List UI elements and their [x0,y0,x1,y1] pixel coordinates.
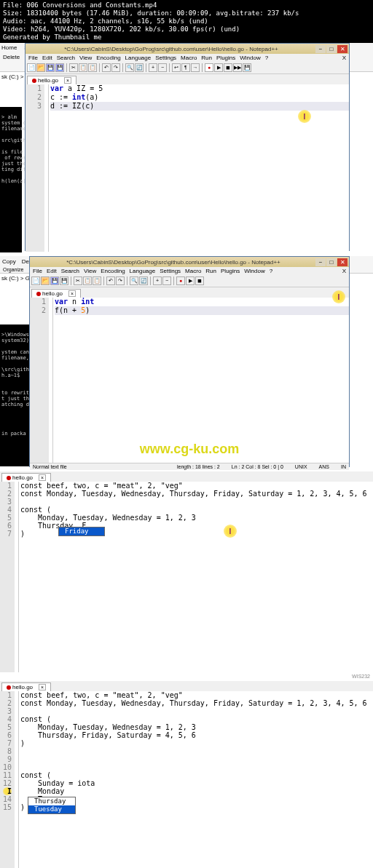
open-file-icon[interactable]: 📂 [41,276,50,285]
menu-macro[interactable]: Macro [181,55,197,61]
tab-close-icon[interactable]: × [39,474,46,481]
menu-edit[interactable]: Edit [47,268,57,274]
play-icon[interactable]: ▶ [214,63,223,72]
redo-icon[interactable]: ↷ [111,63,120,72]
replace-icon[interactable]: 🔄 [135,63,144,72]
minimize-button[interactable]: − [315,258,326,266]
menu-encoding[interactable]: Encoding [96,55,120,61]
menu-window[interactable]: Window [244,268,264,274]
ac-item-selected[interactable]: Tuesday [28,805,75,813]
copy-icon[interactable]: 📋 [83,276,92,285]
menu-view[interactable]: View [79,55,92,61]
redo-icon[interactable]: ↷ [116,276,125,285]
menu-plugins[interactable]: Plugins [221,268,240,274]
code-editor[interactable]: 123 var a IZ = 5 c := int(a) d := IZ(c) [25,84,349,252]
menu-view[interactable]: View [84,268,96,274]
line-gutter: 123456789101112I1415 [0,691,15,868]
stop-icon[interactable]: ◼ [195,276,204,285]
cut-icon[interactable]: ✂ [69,63,78,72]
minimize-button[interactable]: − [315,45,326,53]
menu-search[interactable]: Search [57,55,75,61]
copy-icon[interactable]: 📋 [79,63,87,72]
ac-item-selected[interactable]: Friday [59,527,104,535]
status-enc: UNIX [295,464,307,469]
editor-tabbar: hello.go× [25,74,349,84]
zoom-out-icon[interactable]: − [162,276,171,285]
new-file-icon[interactable]: 📄 [31,276,40,285]
menu-help[interactable]: ? [265,55,268,61]
menu-edit[interactable]: Edit [42,55,52,61]
unsaved-dot-icon [32,79,36,83]
find-icon[interactable]: 🔍 [130,276,138,285]
menu-language[interactable]: Language [130,268,156,274]
playback-icon[interactable]: ▶▶ [233,63,242,72]
cursor-highlight-icon: I [298,110,311,123]
autocomplete-popup[interactable]: Friday [58,527,105,536]
save-icon[interactable]: 💾 [46,63,55,72]
ribbon-home[interactable]: Home [1,44,17,51]
editor-tab[interactable]: hello.go× [1,682,51,691]
menu-file[interactable]: File [28,55,38,61]
menu-encoding[interactable]: Encoding [101,268,125,274]
undo-icon[interactable]: ↶ [102,63,111,72]
find-icon[interactable]: 🔍 [125,63,134,72]
menu-language[interactable]: Language [125,55,152,61]
cut-icon[interactable]: ✂ [74,276,82,285]
menubar-x[interactable]: X [342,55,346,61]
zoom-out-icon[interactable]: − [158,63,167,72]
menu-settings[interactable]: Settings [160,268,181,274]
new-file-icon[interactable]: 📄 [27,63,36,72]
stop-icon[interactable]: ◼ [224,63,232,72]
menu-window[interactable]: Window [240,55,260,61]
menu-run[interactable]: Run [205,268,216,274]
unsaved-dot-icon [7,685,11,690]
code-editor-3[interactable]: 1234567 const beef, two, c = "meat", 2, … [0,482,373,672]
save-all-icon[interactable]: 💾 [55,63,64,72]
menu-plugins[interactable]: Plugins [216,55,235,61]
menu-run[interactable]: Run [201,55,212,61]
code-editor[interactable]: 12 var n int f(n + 5) [30,298,349,463]
wordwrap-icon[interactable]: ↩ [172,63,181,72]
close-button[interactable]: ✕ [337,258,348,266]
record-icon[interactable]: ● [205,63,213,72]
indent-icon[interactable]: → [191,63,200,72]
explorer-delete[interactable]: Delete [3,54,20,60]
maximize-button[interactable]: □ [326,258,337,266]
save-macro-icon[interactable]: 💾 [243,63,251,72]
explorer-copy[interactable]: Copy [2,258,16,265]
menubar: File Edit Search View Encoding Language … [25,54,349,62]
footer-label: WIS232 [0,672,373,680]
menubar-x[interactable]: X [342,268,346,274]
zoom-in-icon[interactable]: + [153,276,162,285]
titlebar[interactable]: *C:\Users\CabinS\Desktop\GoProg\src\gith… [30,257,349,267]
save-all-icon[interactable]: 💾 [60,276,68,285]
undo-icon[interactable]: ↶ [106,276,115,285]
code-editor-4[interactable]: 123456789101112I1415 const beef, two, c … [0,691,373,868]
paste-icon[interactable]: 📋 [88,63,97,72]
maximize-button[interactable]: □ [326,45,337,53]
menu-help[interactable]: ? [270,268,272,274]
tab-close-icon[interactable]: × [39,684,46,690]
window-title: *C:\Users\CabinS\Desktop\GoProg\src\gith… [31,259,315,266]
zoom-in-icon[interactable]: + [149,63,157,72]
autocomplete-popup[interactable]: Thursday Tuesday [28,797,76,814]
menu-settings[interactable]: Settings [155,55,176,61]
paste-icon[interactable]: 📋 [93,276,101,285]
menu-macro[interactable]: Macro [185,268,201,274]
editor-tab[interactable]: hello.go× [27,76,76,84]
editor-tab[interactable]: hello.go× [31,289,81,298]
menu-search[interactable]: Search [61,268,79,274]
ac-item[interactable]: Thursday [28,797,75,805]
open-file-icon[interactable]: 📂 [36,63,45,72]
tab-close-icon[interactable]: × [64,77,71,84]
record-icon[interactable]: ● [176,276,185,285]
replace-icon[interactable]: 🔄 [139,276,148,285]
show-chars-icon[interactable]: ¶ [181,63,190,72]
close-button[interactable]: ✕ [337,45,348,53]
tab-close-icon[interactable]: × [68,290,76,297]
editor-tab[interactable]: hello.go× [1,473,51,482]
menu-file[interactable]: File [33,268,42,274]
titlebar[interactable]: *C:\Users\CabinS\Desktop\GoProg\src\gith… [25,44,349,54]
play-icon[interactable]: ▶ [186,276,195,285]
save-icon[interactable]: 💾 [50,276,59,285]
